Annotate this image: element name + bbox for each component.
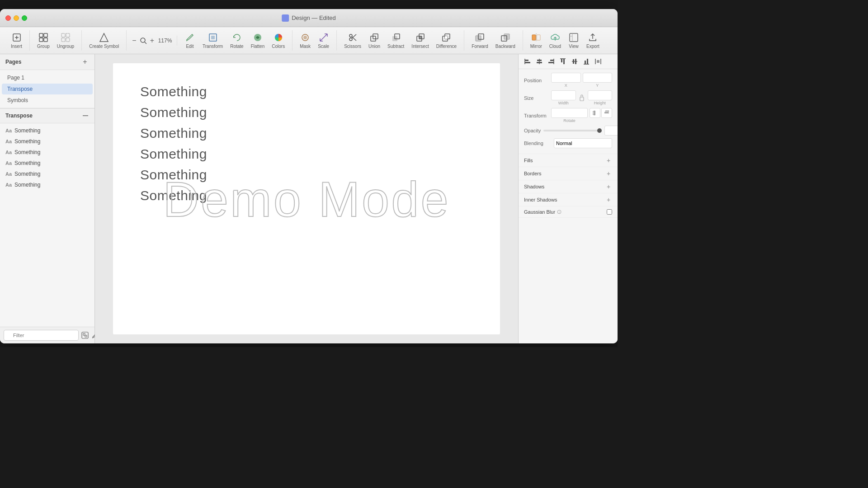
borders-section[interactable]: Borders +: [519, 167, 618, 180]
blending-select[interactable]: Normal Multiply Screen Overlay Darken Li…: [554, 138, 612, 148]
transform-row: Transform Rotate: [524, 108, 612, 123]
distribute-button[interactable]: [593, 56, 604, 67]
align-top-button[interactable]: [557, 56, 568, 67]
mask-button[interactable]: Mask: [296, 30, 314, 51]
gaussian-blur-row: Gaussian Blur i: [519, 206, 618, 218]
align-right-button[interactable]: [546, 56, 557, 67]
layer-item-4[interactable]: Aa Something: [0, 169, 94, 179]
rotate-button[interactable]: Rotate: [226, 30, 247, 51]
toolbar-group-order: Forward Backward: [464, 30, 523, 51]
scale-button[interactable]: Scale: [314, 30, 333, 51]
layer-type-icon-1: Aa: [5, 139, 12, 144]
fills-add-button[interactable]: +: [605, 157, 612, 164]
gaussian-blur-label: Gaussian Blur i: [524, 209, 561, 215]
align-middle-v-button[interactable]: [569, 56, 580, 67]
subtract-button[interactable]: Subtract: [384, 30, 408, 51]
rotate-input[interactable]: [551, 108, 588, 118]
canvas-area[interactable]: Something Something Something Something …: [95, 54, 518, 343]
shadows-add-button[interactable]: +: [605, 183, 612, 190]
svg-point-19: [303, 36, 307, 39]
layer-name-0: Something: [14, 127, 40, 134]
borders-add-button[interactable]: +: [605, 170, 612, 177]
export-icon: [587, 32, 598, 43]
zoom-in-button[interactable]: +: [148, 36, 156, 46]
position-x-label: X: [551, 83, 581, 88]
title-bar: Design — Edited: [0, 9, 618, 27]
forward-button[interactable]: Forward: [468, 30, 492, 51]
svg-rect-46: [83, 115, 88, 116]
edit-icon: [184, 32, 195, 43]
ungroup-button[interactable]: Ungroup: [53, 30, 78, 51]
view-button[interactable]: View: [565, 30, 583, 51]
filter-page-btn[interactable]: [80, 331, 90, 340]
align-bottom-button[interactable]: [581, 56, 592, 67]
position-x-input[interactable]: [551, 73, 581, 83]
properties-section: Position X Y Size: [519, 69, 618, 154]
minimize-button[interactable]: [14, 15, 19, 21]
pages-title: Pages: [5, 59, 21, 65]
canvas-text-3: Something: [140, 144, 473, 164]
gaussian-blur-checkbox[interactable]: [607, 209, 612, 215]
backward-button[interactable]: Backward: [492, 30, 519, 51]
layer-item-5[interactable]: Aa Something: [0, 179, 94, 190]
fills-label: Fills: [524, 158, 533, 163]
svg-rect-8: [66, 33, 70, 37]
fills-section[interactable]: Fills +: [519, 154, 618, 167]
opacity-value[interactable]: [604, 126, 618, 136]
create-symbol-button[interactable]: Create Symbol: [85, 30, 123, 51]
group-label: Group: [37, 44, 50, 49]
mirror-button[interactable]: Mirror: [527, 30, 546, 51]
position-y-input[interactable]: [583, 73, 613, 83]
layer-item-1[interactable]: Aa Something: [0, 136, 94, 147]
inner-shadows-section[interactable]: Inner Shadows +: [519, 193, 618, 206]
inner-shadows-add-button[interactable]: +: [605, 196, 612, 203]
zoom-out-button[interactable]: −: [130, 36, 138, 46]
layer-item-3[interactable]: Aa Something: [0, 158, 94, 169]
group-button[interactable]: Group: [33, 30, 53, 51]
flip-h-button[interactable]: [590, 108, 600, 118]
page-item-1[interactable]: Page 1: [2, 72, 93, 83]
layer-name-1: Something: [14, 138, 40, 145]
size-width-label: Width: [551, 101, 576, 105]
scissors-button[interactable]: Scissors: [340, 30, 365, 51]
page-item-symbols[interactable]: Symbols: [2, 95, 93, 106]
shadows-section[interactable]: Shadows +: [519, 180, 618, 193]
export-button[interactable]: Export: [583, 30, 603, 51]
insert-button[interactable]: Insert: [7, 30, 26, 51]
flip-v-button[interactable]: [601, 108, 612, 118]
close-button[interactable]: [5, 15, 11, 21]
layer-panel-minimize-icon[interactable]: [82, 112, 89, 119]
difference-icon: [441, 32, 452, 43]
size-height-input[interactable]: [588, 90, 613, 100]
layer-item-0[interactable]: Aa Something: [0, 125, 94, 136]
size-width-input[interactable]: [551, 90, 576, 100]
flatten-label: Flatten: [251, 44, 265, 49]
layer-items: Aa Something Aa Something Aa Something A…: [0, 123, 94, 327]
align-left-button[interactable]: [522, 56, 533, 67]
subtract-label: Subtract: [387, 44, 404, 49]
position-y-label: Y: [583, 83, 613, 88]
layer-item-2[interactable]: Aa Something: [0, 147, 94, 158]
colors-button[interactable]: Colors: [268, 30, 288, 51]
size-link-button[interactable]: [578, 90, 586, 105]
cloud-button[interactable]: Cloud: [546, 30, 565, 51]
transform-label: Transform: [203, 44, 223, 49]
opacity-slider[interactable]: [543, 130, 602, 131]
union-button[interactable]: Union: [365, 30, 384, 51]
intersect-button[interactable]: Intersect: [408, 30, 432, 51]
position-label: Position: [524, 78, 551, 83]
union-label: Union: [368, 44, 380, 49]
align-center-h-button[interactable]: [534, 56, 545, 67]
svg-rect-5: [39, 38, 43, 42]
transform-button[interactable]: Transform: [199, 30, 226, 51]
export-label: Export: [586, 44, 599, 49]
edit-button[interactable]: Edit: [181, 30, 199, 51]
inner-shadows-label: Inner Shadows: [524, 197, 557, 202]
svg-line-13: [145, 42, 146, 44]
add-page-button[interactable]: +: [81, 58, 89, 66]
page-item-transpose[interactable]: Transpose: [2, 84, 93, 94]
filter-input[interactable]: [4, 330, 79, 341]
maximize-button[interactable]: [22, 15, 27, 21]
flatten-button[interactable]: Flatten: [247, 30, 269, 51]
difference-button[interactable]: Difference: [433, 30, 460, 51]
